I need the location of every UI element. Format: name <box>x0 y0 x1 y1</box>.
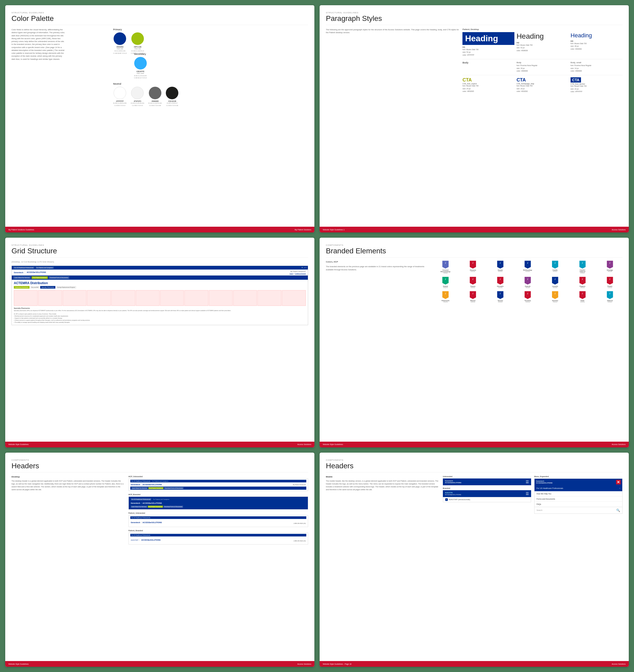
color-item-darkblue: #003092 PMS 286R:0 G:48 B:146C:100 M:85 … <box>113 32 127 54</box>
brand-palmozyme: i Palmozyme #f4a11d <box>433 291 458 303</box>
paragraph-styles-panel: STRUCTURAL GUIDELINES Paragraph Styles T… <box>320 5 629 233</box>
hcp-br-action3: Download Forms & Documents <box>164 506 183 508</box>
hcp-action3: Download Forms & Documents <box>164 487 184 489</box>
swatch-midgray <box>149 87 161 99</box>
swatch-green <box>131 32 144 45</box>
brand-avastin: i Avastin #003092 <box>488 261 513 274</box>
brand-veneclax: i Veneclax #f4a11d <box>542 291 568 303</box>
hcp-br-nav2: For Patients and Caregivers <box>153 499 169 500</box>
mob-menu-forms-text: Forms and Documents <box>537 498 555 500</box>
mob-menu-item-forms[interactable]: Forms and Documents <box>535 497 622 502</box>
panel-title-grid: Grid Structure <box>11 247 308 258</box>
ptbr-phone: 1-888-249-4918 (US) <box>293 540 306 542</box>
branded-intro: The branded elements on the previous pag… <box>326 265 430 271</box>
esbriet-icon: i <box>442 277 448 285</box>
grid-specialty-title: Specialty Pharmacies <box>14 307 306 309</box>
xolair-details: #c8102e <box>580 302 585 303</box>
alecensa-icon: i <box>470 261 476 268</box>
actemra-icon: i <box>442 261 448 268</box>
grid-font-a-small: A <box>306 267 306 268</box>
pt-logo-access: ACCESS▸SOLUTIONS <box>142 522 162 524</box>
biooncology-icon: i <box>525 261 531 268</box>
mob-br-treatment: ✦ AVASTIN® (bevacizumab) <box>443 497 531 502</box>
mob-br-treatment-text: AVASTIN® (bevacizumab) <box>449 499 470 500</box>
color-codes-lightgray: R:243 G:243 B:243C:0 M:0 Y:0 K:5 <box>131 102 144 106</box>
brand-pegasys: i Pegasys #c8102e <box>570 277 595 289</box>
pt-logo-genentech: Genentech <box>131 522 142 523</box>
h3-details: font: Museo Slab 700size: 28 pxcolor: #0… <box>570 42 623 50</box>
alecensa-details: #c8102e <box>470 271 475 272</box>
tarceva-details: #003092 <box>498 302 503 303</box>
mob-menu-item-how[interactable]: How We Help You <box>535 491 622 497</box>
footer-left-grid: Website Style Guidelines <box>8 443 29 445</box>
mob-search-bar: Search 🔍 <box>535 507 622 513</box>
rituxan-details: #c8102e <box>470 302 475 303</box>
brand-herceptin: i Herceptin #c8102e <box>488 277 513 289</box>
pt-nav1: For US Healthcare Professionals <box>131 517 150 519</box>
mob-search-icon[interactable]: 🔍 <box>616 508 620 512</box>
panel-label-para: STRUCTURAL GUIDELINES <box>326 11 623 14</box>
color-item-lightgray: #F3F3F3 R:243 G:243 B:243C:0 M:0 Y:0 K:5 <box>131 87 144 106</box>
panel-title-hdr-desktop: Headers <box>11 462 308 473</box>
hcp-unbranded-label: HCP, Unbranded <box>128 476 308 477</box>
panel-label-grid: STRUCTURAL GUIDELINES <box>11 244 308 246</box>
grid-btn-assistance: Find Patient Assistance <box>31 276 48 279</box>
grid-search-icon: 🔍 <box>301 267 303 268</box>
cta-col3: CTA CTA_how_anchor font: Museo Slab 700s… <box>570 77 623 93</box>
lucentis-details: #003092 <box>553 287 558 289</box>
panel-title-para: Paragraph Styles <box>326 14 623 25</box>
brand-erivedge: i Erivedge #8b3a8f <box>597 261 623 274</box>
brand-gazyva: i Gazyva #c8102e <box>460 277 486 289</box>
brand-xolair: i Xolair #c8102e <box>570 291 595 303</box>
mob-br-access: ACCESS▸SOLUTIONS <box>445 494 461 496</box>
mobile-unbranded-label: Unbranded <box>443 476 531 477</box>
brand-cotellic-zelboraf: i Cotellic/Zelboraf #009dc0 <box>570 261 595 274</box>
neutral-colors-row: #FFFFFF R:255 G:255 B:255C:0 M:0 Y:0 K:0… <box>113 87 308 106</box>
panel-footer-hdr-desktop: Website Style Guidelines Access Solution… <box>5 661 314 667</box>
headers-desktop-panel: COMPONENTS Headers Desktop The desktop h… <box>5 453 314 667</box>
hcp-action1: Learn About Our Services <box>131 487 148 489</box>
panel-footer-hdr-mobile: Website Style Guidelines - Page 16 Acces… <box>320 661 629 667</box>
hcp-br-nav1: For US Healthcare Professionals <box>131 498 151 500</box>
color-item-darkgray: #1D1D1B R:29 G:29 B:27C:0 M:0 Y:0 K:90 <box>166 87 178 106</box>
palmozyme-icon: i <box>442 291 448 299</box>
erivedge-icon: i <box>607 261 613 268</box>
perjeta-icon: i <box>607 277 613 285</box>
panel-label-branded: COMPONENTS <box>326 244 623 246</box>
headers-mobile-panel: COMPONENTS Headers Mobile The mobile hea… <box>320 453 629 667</box>
body2-details: font: Proxima Nova Regularsize: 14 pxcol… <box>570 64 623 72</box>
brand-tarceva: i Tarceva #003092 <box>488 291 513 303</box>
heading-grid: Heading H1 font: Museo Slab 700size: 52 … <box>462 32 623 56</box>
hcp-br-logo-genentech: Genentech <box>131 502 142 504</box>
color-name-white: #FFFFFF <box>116 100 124 102</box>
color-name-lightgray: #F3F3F3 <box>134 100 141 102</box>
grid-specialty-text: Specialty pharmacies (SPs) can dispense … <box>14 310 306 312</box>
hcp-br-action1: Learn About Our Services <box>131 506 147 508</box>
mob-menu-item-hcp[interactable]: For US Healthcare Professionals › <box>535 485 622 491</box>
mobile-menu-expanded: Genentech ACCESS▸SOLUTIONS ✕ For US Heal… <box>534 478 623 514</box>
brand-cotellic: i Cotellic #009dc0 <box>542 261 568 274</box>
body-col2: Body, small font: Proxima Nova Regularsi… <box>570 62 623 72</box>
grid-btn-download: Download Forms & Documents <box>49 276 69 279</box>
grid-tab-buy: Buy and Bill <box>30 286 40 289</box>
primary-section-label: Primary <box>113 28 308 31</box>
perjeta-details: #c8102e <box>608 287 612 289</box>
biooncology-details: #003092 <box>526 271 530 272</box>
panel-title-branded: Branded Elements <box>326 247 623 258</box>
mob-menu-close-icon[interactable]: ✕ <box>616 480 621 484</box>
hcp-branded-label: HCP, Branded <box>128 494 308 496</box>
hcp-unbranded-preview: For US Healthcare Professionals For Pati… <box>128 478 308 491</box>
patient-unbranded-label: Patient, Unbranded <box>128 512 308 514</box>
mob-menu-item-faqs[interactable]: FAQs <box>535 502 622 507</box>
grid-nav-hcp: For US Healthcare Professionals <box>13 267 34 269</box>
color-item-green: #9FC10E PMS 383R:159 G:193 B:14C:33 M:0 … <box>131 32 144 54</box>
mobile-section-label: Mobile <box>326 476 439 478</box>
esbriet-details: #00a878 <box>443 287 448 289</box>
veneclax-icon: i <box>552 291 558 299</box>
branded-elements-panel: COMPONENTS Branded Elements Colors, HCP … <box>320 238 629 448</box>
panel-footer-grid: Website Style Guidelines Access Solution… <box>5 442 314 448</box>
h2-demo: Heading <box>516 32 568 41</box>
mob-unb-logo-access: ACCESS▸SOLUTIONS <box>445 482 461 483</box>
grid-create: Create an Account <box>295 273 306 274</box>
veneclax-details: #f4a11d <box>553 302 557 303</box>
